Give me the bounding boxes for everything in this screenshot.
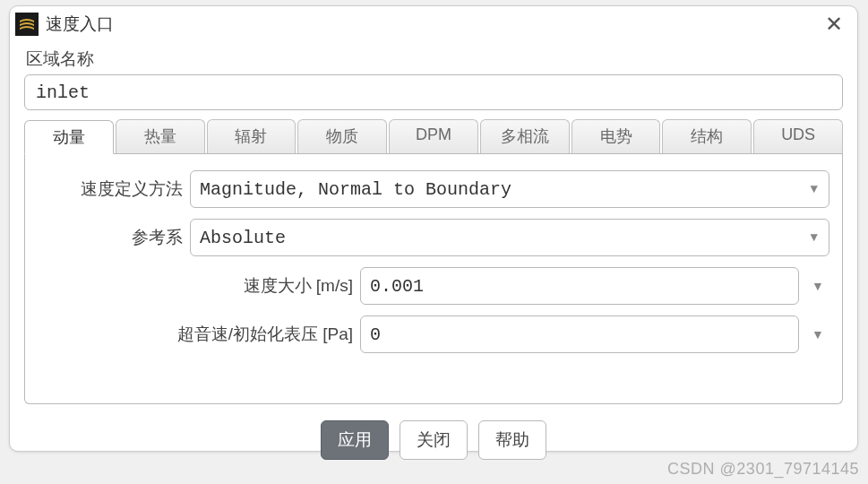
velocity-magnitude-input[interactable] xyxy=(360,267,799,305)
dialog-content: 区域名称 动量 热量 辐射 物质 DPM 多相流 电势 结构 UDS 速度定义方… xyxy=(10,42,857,471)
close-button[interactable]: 关闭 xyxy=(400,420,468,460)
velocity-magnitude-dropdown[interactable]: ▼ xyxy=(806,267,829,305)
tab-radiation[interactable]: 辐射 xyxy=(207,119,296,153)
reference-frame-label: 参考系 xyxy=(38,226,190,249)
supersonic-pressure-dropdown[interactable]: ▼ xyxy=(806,315,829,353)
velocity-method-value: Magnitude, Normal to Boundary xyxy=(200,179,511,200)
velocity-inlet-dialog: 速度入口 ✕ 区域名称 动量 热量 辐射 物质 DPM 多相流 电势 结构 UD… xyxy=(9,5,858,452)
tab-multiphase[interactable]: 多相流 xyxy=(480,119,570,153)
apply-button[interactable]: 应用 xyxy=(321,420,389,460)
tab-species[interactable]: 物质 xyxy=(297,119,387,153)
supersonic-pressure-input[interactable] xyxy=(360,315,799,353)
velocity-method-select[interactable]: Magnitude, Normal to Boundary ▼ xyxy=(190,170,829,208)
tab-bar: 动量 热量 辐射 物质 DPM 多相流 电势 结构 UDS xyxy=(24,119,843,154)
app-icon xyxy=(15,13,39,36)
reference-frame-value: Absolute xyxy=(200,228,286,248)
tab-momentum[interactable]: 动量 xyxy=(24,120,114,154)
zone-name-label: 区域名称 xyxy=(26,48,843,71)
reference-frame-select[interactable]: Absolute ▼ xyxy=(190,219,829,256)
close-icon[interactable]: ✕ xyxy=(823,12,845,37)
chevron-down-icon: ▼ xyxy=(811,182,818,196)
dialog-title: 速度入口 xyxy=(46,13,823,36)
watermark: CSDN @2301_79714145 xyxy=(667,460,859,479)
velocity-magnitude-label: 速度大小 [m/s] xyxy=(38,274,360,298)
tab-thermal[interactable]: 热量 xyxy=(116,119,205,153)
tab-uds[interactable]: UDS xyxy=(753,119,843,153)
button-row: 应用 关闭 帮助 xyxy=(24,420,843,460)
momentum-panel: 速度定义方法 Magnitude, Normal to Boundary ▼ 参… xyxy=(24,154,843,404)
zone-name-input[interactable] xyxy=(24,74,843,110)
help-button[interactable]: 帮助 xyxy=(478,420,546,460)
tab-dpm[interactable]: DPM xyxy=(389,119,478,153)
supersonic-pressure-label: 超音速/初始化表压 [Pa] xyxy=(38,323,360,346)
tab-structure[interactable]: 结构 xyxy=(662,119,752,153)
tab-potential[interactable]: 电势 xyxy=(572,119,661,153)
titlebar: 速度入口 ✕ xyxy=(10,6,857,42)
velocity-method-label: 速度定义方法 xyxy=(38,177,190,201)
chevron-down-icon: ▼ xyxy=(811,230,818,245)
